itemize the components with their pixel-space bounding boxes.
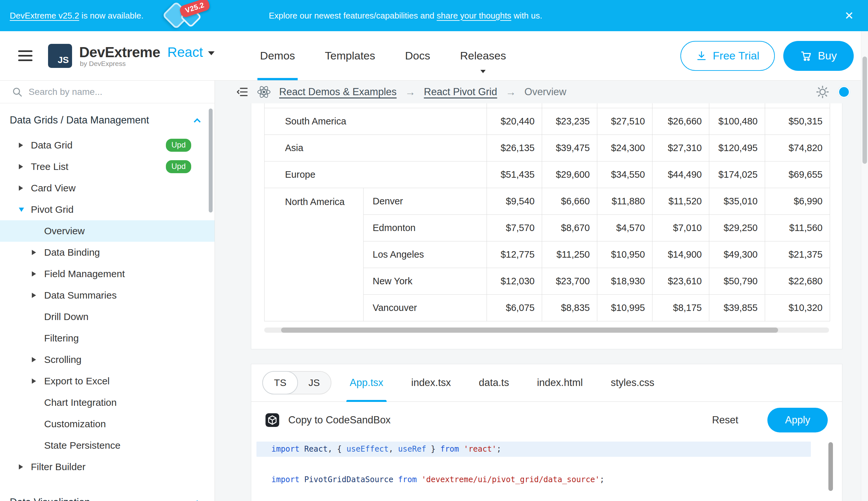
code-scrollbar-thumb[interactable] bbox=[828, 442, 833, 491]
codesandbox-icon bbox=[265, 413, 280, 428]
page-scrollbar-thumb[interactable] bbox=[862, 56, 867, 164]
pivot-group-label: North America bbox=[285, 196, 345, 207]
nav-item-label: Releases bbox=[460, 50, 506, 62]
sidebar-scrollbar-thumb[interactable] bbox=[209, 108, 213, 213]
code-token: useRef bbox=[398, 445, 426, 454]
expander-right-icon bbox=[19, 143, 23, 148]
toc-toggle-icon[interactable] bbox=[236, 86, 249, 98]
apply-button[interactable]: Apply bbox=[767, 408, 828, 433]
code-token: 'react' bbox=[463, 445, 496, 454]
free-trial-button[interactable]: Free Trial bbox=[680, 41, 775, 71]
horizontal-scrollbar-thumb[interactable] bbox=[281, 328, 778, 333]
sidebar-item-data-summaries[interactable]: Data Summaries bbox=[0, 285, 215, 306]
pivot-value-cell: $24,300 bbox=[597, 135, 652, 161]
sidebar-item-export-to-excel[interactable]: Export to Excel bbox=[0, 370, 215, 392]
sidebar-section-data-visualization[interactable]: Data Visualization bbox=[0, 486, 215, 501]
header-actions: Free Trial Buy bbox=[680, 41, 854, 71]
theme-toggle[interactable] bbox=[838, 86, 850, 98]
expander-down-icon bbox=[19, 207, 24, 212]
code-editor[interactable]: import React, { useEffect, useRef } from… bbox=[251, 438, 842, 501]
sidebar-item-scrolling[interactable]: Scrolling bbox=[0, 349, 215, 370]
lang-option-ts[interactable]: TS bbox=[262, 371, 298, 394]
close-icon[interactable]: ✕ bbox=[842, 9, 857, 22]
section-label: Data Visualization bbox=[10, 497, 90, 501]
pivot-row-header[interactable]: Edmonton bbox=[364, 214, 487, 241]
sidebar-item-label: Customization bbox=[44, 418, 106, 429]
reset-button[interactable]: Reset bbox=[712, 414, 738, 426]
breadcrumb-link-demos[interactable]: React Demos & Examples bbox=[279, 86, 397, 98]
sidebar-item-label: Filtering bbox=[44, 333, 79, 344]
tab-data-ts[interactable]: data.ts bbox=[479, 364, 509, 401]
share-your-thoughts-link[interactable]: share your thoughts bbox=[437, 11, 511, 20]
sidebar-item-chart-integration[interactable]: Chart Integration bbox=[0, 392, 215, 413]
tab-styles-css[interactable]: styles.css bbox=[611, 364, 654, 401]
sidebar-item-field-management[interactable]: Field Management bbox=[0, 263, 215, 285]
pivot-group-header[interactable]: Asia bbox=[265, 135, 487, 161]
sidebar-section-data-grids[interactable]: Data Grids / Data Management bbox=[0, 103, 215, 135]
brand-name: DevExtreme bbox=[79, 44, 160, 61]
page-scrollbar[interactable] bbox=[861, 31, 868, 501]
sidebar-item-state-persistence[interactable]: State Persistence bbox=[0, 435, 215, 456]
pivot-value-cell: $26,135 bbox=[487, 135, 542, 161]
banner-announcement: DevExtreme v25.2 is now available. bbox=[10, 11, 143, 21]
sidebar-item-customization[interactable]: Customization bbox=[0, 413, 215, 435]
sidebar-item-label: Overview bbox=[44, 225, 85, 236]
pivot-row-header[interactable]: Los Angeles bbox=[364, 241, 487, 268]
sidebar-items: Data GridUpdTree ListUpdCard ViewPivot G… bbox=[0, 135, 215, 478]
pivot-group-label: Asia bbox=[285, 143, 303, 153]
code-token: ; bbox=[600, 475, 604, 484]
pivot-value-cell: $29,600 bbox=[542, 161, 597, 188]
pivot-row-header[interactable]: Denver bbox=[364, 188, 487, 214]
sidebar-item-filter-builder[interactable]: Filter Builder bbox=[0, 456, 215, 478]
sidebar-item-label: Export to Excel bbox=[44, 376, 110, 387]
buy-button[interactable]: Buy bbox=[783, 41, 854, 71]
version-link[interactable]: DevExtreme v25.2 bbox=[10, 11, 79, 20]
copy-to-codesandbox-button[interactable]: Copy to CodeSandBox bbox=[265, 413, 391, 428]
pivot-value-cell: $29,250 bbox=[709, 214, 765, 241]
breadcrumb-link-pivot-grid[interactable]: React Pivot Grid bbox=[424, 86, 497, 98]
tab-index-html[interactable]: index.html bbox=[537, 364, 583, 401]
horizontal-scrollbar[interactable] bbox=[264, 328, 829, 333]
menu-icon[interactable] bbox=[18, 50, 32, 61]
pivot-value-cell: $51,435 bbox=[487, 161, 542, 188]
lang-option-js[interactable]: JS bbox=[297, 371, 331, 394]
nav-item-demos[interactable]: Demos bbox=[260, 31, 295, 80]
tab-app-tsx[interactable]: App.tsx bbox=[350, 364, 383, 401]
code-token: from bbox=[440, 445, 459, 454]
pivot-row-header[interactable]: New York bbox=[364, 268, 487, 294]
code-token: , { bbox=[328, 445, 347, 454]
sidebar-item-data-grid[interactable]: Data GridUpd bbox=[0, 135, 215, 156]
search-input[interactable] bbox=[29, 87, 208, 97]
code-token: import bbox=[271, 445, 300, 454]
sun-icon bbox=[816, 85, 829, 98]
pivot-group-header[interactable]: Europe bbox=[265, 161, 487, 188]
brand-byline: by DevExpress bbox=[80, 60, 215, 67]
framework-selector[interactable]: React bbox=[167, 44, 215, 60]
sidebar-item-tree-list[interactable]: Tree ListUpd bbox=[0, 156, 215, 178]
pivot-group-header[interactable]: North America bbox=[265, 188, 364, 321]
nav-item-templates[interactable]: Templates bbox=[325, 31, 375, 80]
nav-item-releases[interactable]: Releases bbox=[460, 31, 506, 80]
devextreme-logo[interactable]: JS bbox=[48, 44, 72, 68]
pivot-row-header[interactable]: Vancouver bbox=[364, 294, 487, 321]
pivot-value-cell: $120,495 bbox=[709, 135, 765, 161]
sidebar-item-filtering[interactable]: Filtering bbox=[0, 328, 215, 349]
expander-right-icon bbox=[32, 293, 36, 298]
sidebar-item-label: State Persistence bbox=[44, 440, 120, 451]
clipped-cell bbox=[765, 103, 830, 108]
pivot-value-cell: $39,475 bbox=[542, 135, 597, 161]
pivot-value-cell: $11,520 bbox=[652, 188, 709, 214]
sidebar-item-overview[interactable]: Overview bbox=[0, 220, 215, 242]
sidebar-item-pivot-grid[interactable]: Pivot Grid bbox=[0, 199, 215, 220]
pivot-value-cell: $44,490 bbox=[652, 161, 709, 188]
brand-block: DevExtreme React by DevExpress bbox=[79, 44, 215, 67]
pivot-row-south-america: South America$20,440$23,235$27,510$26,66… bbox=[265, 108, 830, 135]
sidebar-item-drill-down[interactable]: Drill Down bbox=[0, 306, 215, 328]
expander-right-icon bbox=[32, 379, 36, 384]
pivot-group-header[interactable]: South America bbox=[265, 108, 487, 135]
sidebar-item-card-view[interactable]: Card View bbox=[0, 178, 215, 199]
expander-right-icon bbox=[32, 250, 36, 255]
sidebar-item-data-binding[interactable]: Data Binding bbox=[0, 242, 215, 263]
nav-item-docs[interactable]: Docs bbox=[405, 31, 430, 80]
tab-index-tsx[interactable]: index.tsx bbox=[411, 364, 451, 401]
